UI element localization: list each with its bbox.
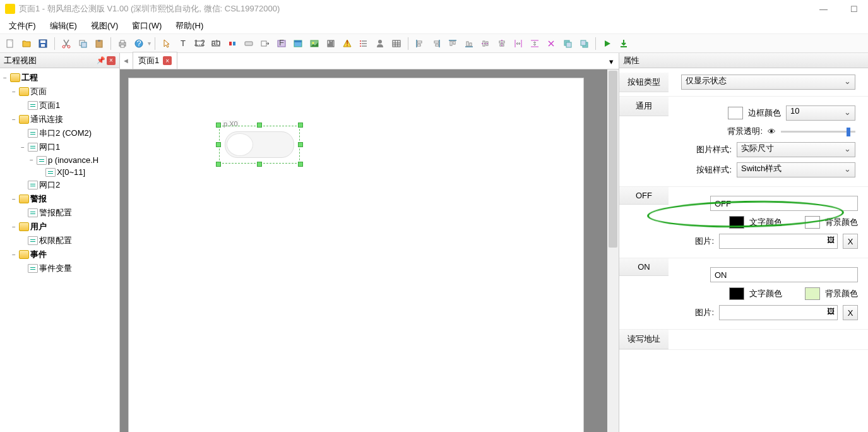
warning-icon[interactable]: ! [340, 36, 355, 51]
button-type-select[interactable]: 仅显示状态 [681, 75, 855, 90]
list-icon[interactable] [356, 36, 371, 51]
svg-text:!: ! [346, 39, 348, 48]
off-bg-color-swatch[interactable] [805, 216, 820, 229]
image-style-select[interactable]: 实际尺寸 [737, 142, 855, 157]
function-icon[interactable]: F [274, 36, 289, 51]
switch-widget[interactable] [225, 131, 294, 158]
paste-icon[interactable] [92, 36, 107, 51]
on-text-input[interactable] [710, 267, 858, 282]
open-icon[interactable] [19, 36, 34, 51]
download-icon[interactable] [616, 36, 631, 51]
tab-scroll-left-icon[interactable]: ◄ [122, 57, 129, 64]
maximize-button[interactable]: ☐ [845, 3, 863, 15]
menu-file[interactable]: 文件(F) [3, 18, 42, 34]
align-right-icon[interactable] [429, 36, 444, 51]
svg-point-39 [360, 40, 361, 42]
resize-handle[interactable] [298, 123, 303, 128]
transparency-slider[interactable] [781, 131, 855, 133]
align-left-icon[interactable] [412, 36, 427, 51]
bargraph-icon[interactable] [323, 36, 338, 51]
svg-rect-2 [40, 40, 45, 43]
copy-icon[interactable] [75, 36, 90, 51]
resize-handle[interactable] [298, 162, 303, 167]
menu-help[interactable]: 帮助(H) [169, 18, 210, 34]
on-bg-color-swatch[interactable] [805, 287, 820, 300]
number-input-icon[interactable]: 1.2 [192, 36, 207, 51]
pin-icon[interactable]: 📌 [97, 56, 105, 65]
svg-rect-31 [328, 44, 330, 47]
off-image-input[interactable] [719, 234, 838, 249]
menu-edit[interactable]: 编辑(E) [44, 18, 83, 34]
selected-widget[interactable]: p.X0 [216, 123, 303, 167]
table-icon[interactable] [389, 36, 404, 51]
label-off-image: 图片: [675, 236, 714, 247]
panel-icon[interactable] [290, 36, 306, 51]
distribute-h-icon[interactable] [511, 36, 526, 51]
resize-handle[interactable] [257, 162, 262, 167]
vertical-scrollbar[interactable] [607, 69, 619, 432]
project-tree[interactable]: −工程 −页面 页面1 −通讯连接 串口2 (COM2) −网口1 −p (in… [0, 68, 119, 432]
user-icon[interactable] [372, 36, 388, 51]
border-width-select[interactable]: 10 [786, 105, 855, 121]
svg-rect-34 [333, 40, 334, 47]
bring-front-icon[interactable] [560, 36, 575, 51]
title-bar: 页面1 - 朝风组态公测版 V1.00 (深圳市熙悦自动化, 微信: CSL19… [0, 0, 868, 18]
section-button-type: 按钮类型 [619, 73, 669, 92]
tab-page1[interactable]: 页面1 × [133, 52, 177, 69]
pointer-icon[interactable] [159, 36, 174, 51]
text-input-icon[interactable]: ab [208, 36, 223, 51]
border-color-swatch[interactable] [728, 107, 743, 119]
project-tree-panel: 工程视图 📌 × −工程 −页面 页面1 −通讯连接 串口2 (COM2) −网… [0, 53, 120, 432]
button-icon[interactable] [241, 36, 256, 51]
goto-icon[interactable] [258, 36, 273, 51]
align-center-v-icon[interactable] [494, 36, 509, 51]
send-back-icon[interactable] [576, 36, 592, 51]
section-general: 通用 [619, 97, 669, 116]
on-image-clear-button[interactable]: X [843, 305, 858, 320]
on-text-color-swatch[interactable] [729, 287, 744, 300]
text-icon[interactable]: T [175, 36, 191, 51]
page-canvas[interactable]: p.X0 [129, 78, 583, 432]
menu-window[interactable]: 窗口(W) [126, 18, 168, 34]
resize-handle[interactable] [216, 162, 221, 167]
svg-rect-61 [483, 41, 485, 46]
align-bottom-icon[interactable] [461, 36, 477, 51]
minimize-button[interactable]: — [814, 3, 833, 15]
svg-rect-9 [98, 40, 100, 42]
run-icon[interactable] [600, 36, 615, 51]
off-image-clear-button[interactable]: X [843, 234, 858, 249]
align-top-icon[interactable] [445, 36, 460, 51]
save-icon[interactable] [35, 36, 51, 51]
resize-handle[interactable] [257, 123, 262, 128]
distribute-v-icon[interactable] [527, 36, 542, 51]
resize-handle[interactable] [216, 142, 221, 147]
eye-icon[interactable]: 👁 [768, 127, 776, 136]
close-panel-icon[interactable]: × [107, 56, 116, 65]
help-icon[interactable]: ? [131, 36, 146, 51]
svg-text:F: F [279, 39, 284, 47]
off-text-input[interactable] [710, 196, 858, 211]
indicator-icon[interactable] [225, 36, 240, 51]
new-icon[interactable] [3, 36, 18, 51]
cut-icon[interactable] [59, 36, 74, 51]
svg-rect-21 [233, 42, 235, 45]
tab-dropdown-icon[interactable]: ▾ [609, 57, 614, 66]
image-icon[interactable] [307, 36, 322, 51]
svg-rect-71 [566, 42, 571, 47]
swap-icon[interactable] [544, 36, 559, 51]
panel-title: 工程视图 [4, 55, 37, 66]
section-rw-addr: 读写地址 [619, 330, 669, 349]
print-icon[interactable] [115, 36, 130, 51]
align-center-h-icon[interactable] [478, 36, 493, 51]
off-text-color-swatch[interactable] [729, 216, 744, 229]
label-bg-trans: 背景透明: [723, 126, 763, 137]
close-tab-icon[interactable]: × [163, 56, 172, 65]
svg-rect-11 [121, 40, 124, 43]
button-style-select[interactable]: Switch样式 [737, 162, 855, 177]
on-image-input[interactable] [719, 305, 838, 320]
resize-handle[interactable] [298, 142, 303, 147]
resize-handle[interactable] [216, 123, 221, 128]
canvas-area[interactable]: p.X0 [120, 69, 619, 432]
properties-title: 属性 [623, 55, 639, 66]
menu-view[interactable]: 视图(V) [85, 18, 124, 34]
